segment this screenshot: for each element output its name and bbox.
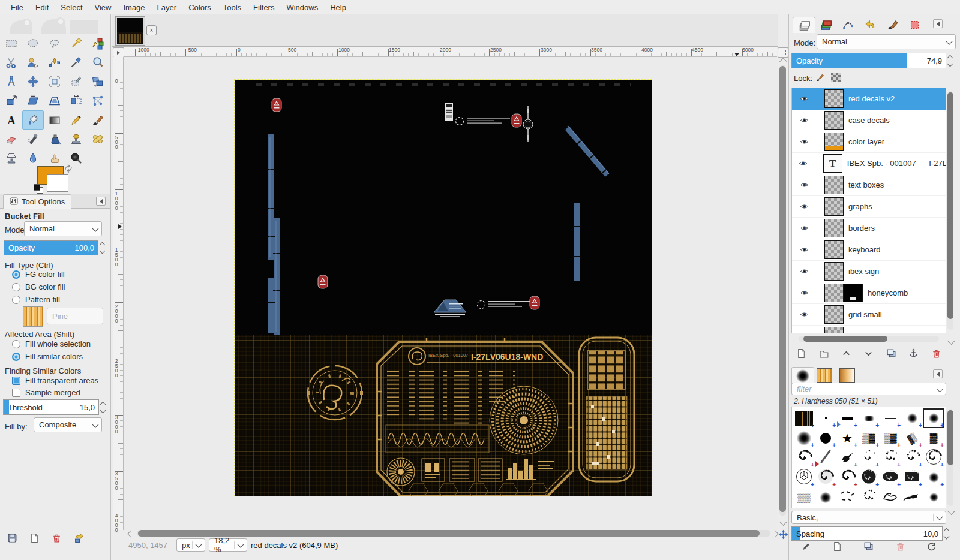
brush-speckle-dense[interactable]: + — [836, 468, 858, 487]
layer-visibility-eye-icon[interactable] — [792, 116, 816, 125]
menu-image[interactable]: Image — [117, 1, 151, 14]
layer-visibility-eye-icon[interactable] — [792, 245, 816, 254]
brush-confetti[interactable] — [858, 487, 880, 507]
image-tab[interactable] — [115, 16, 145, 46]
layer-row-red[interactable]: red decals v2 — [792, 88, 946, 110]
menu-view[interactable]: View — [89, 1, 118, 14]
default-colors-icon[interactable] — [34, 184, 43, 192]
brush-pixel[interactable]: + — [815, 408, 836, 428]
tool-opacity-slider[interactable]: Opacity 100,0 — [4, 240, 98, 255]
layer-thumbnail[interactable] — [824, 176, 844, 194]
menu-tools[interactable]: Tools — [217, 1, 247, 14]
brush-dark-sponge[interactable]: + — [858, 468, 880, 487]
layer-name[interactable]: graphs — [848, 202, 872, 211]
tool-zoom[interactable] — [87, 53, 109, 72]
brush-group-select[interactable]: Basic, — [791, 511, 946, 524]
brush-soft-big[interactable]: + — [793, 428, 815, 448]
pattern-name-field[interactable]: Pine — [47, 308, 103, 324]
lock-pixels-icon[interactable] — [815, 73, 825, 84]
tool-crop[interactable] — [65, 72, 87, 91]
layer-thumbnail[interactable]: T — [823, 154, 842, 173]
tool-perspective[interactable] — [44, 91, 65, 110]
layer-visibility-eye-icon[interactable] — [792, 310, 816, 319]
layer-row-grid[interactable]: grid small — [792, 304, 946, 326]
unit-select[interactable]: px — [176, 538, 205, 552]
brush-fuzzy-blob[interactable] — [815, 487, 836, 507]
layer-list-hscrollbar[interactable] — [799, 336, 939, 342]
ruler-corner-menu-button[interactable] — [113, 47, 124, 58]
save-tool-preset-button[interactable] — [7, 533, 17, 549]
layer-visibility-eye-icon[interactable] — [792, 137, 816, 146]
menu-colors[interactable]: Colors — [182, 1, 217, 14]
anchor-layer-button[interactable] — [908, 348, 919, 360]
layer-thumbnail[interactable] — [824, 219, 844, 237]
close-image-icon[interactable]: × — [146, 25, 157, 35]
tool-pencil[interactable] — [65, 110, 87, 130]
tool-align[interactable] — [44, 72, 65, 91]
layer-row-keyboard[interactable]: keyboard — [792, 239, 946, 261]
zoom-select[interactable]: 18,2 % — [209, 538, 247, 552]
layer-visibility-eye-icon[interactable] — [792, 224, 816, 233]
layer-thumbnail[interactable] — [824, 327, 844, 333]
tool-unified-transform[interactable] — [87, 72, 109, 91]
tool-foreground-select[interactable] — [22, 53, 44, 72]
tool-ellipse-select[interactable] — [22, 34, 44, 53]
layer-opacity-spinner[interactable] — [946, 53, 954, 68]
delete-layer-button[interactable] — [931, 348, 941, 360]
refresh-brushes-button[interactable] — [926, 541, 937, 553]
delete-tool-preset-button[interactable] — [52, 533, 62, 549]
tool-opacity-spinner[interactable] — [98, 240, 106, 255]
lower-layer-button[interactable] — [863, 348, 874, 360]
layer-thumbnail[interactable] — [824, 89, 844, 108]
layer-row-honeycomb[interactable]: honeycomb — [792, 282, 946, 304]
lock-alpha-icon[interactable] — [831, 73, 841, 84]
layer-name[interactable]: red decals v2 — [848, 94, 895, 103]
scroll-left-icon[interactable] — [127, 530, 135, 538]
brush-texture-square[interactable]: ▒▒ — [793, 487, 815, 507]
layer-visibility-eye-icon[interactable] — [792, 332, 816, 333]
layer-visibility-eye-icon[interactable] — [792, 202, 816, 211]
brush-scroll-down-icon[interactable] — [947, 507, 955, 515]
menu-filters[interactable]: Filters — [247, 1, 280, 14]
brush-bird[interactable]: + — [836, 448, 858, 468]
layer-name[interactable]: borders — [848, 224, 875, 233]
layer-row-color[interactable]: color layer — [792, 131, 946, 153]
brush-confetti[interactable]: + — [880, 448, 901, 468]
layer-visibility-eye-icon[interactable] — [792, 180, 816, 189]
layer-thumbnail[interactable] — [824, 197, 844, 216]
layer-mode-select[interactable]: Normal — [817, 34, 956, 49]
tool-fuzzy-select[interactable] — [65, 34, 87, 53]
brush-chalk[interactable]: ▒▓+ — [858, 428, 880, 448]
tab-channels[interactable] — [815, 17, 836, 32]
brush-chalk-blob[interactable]: ▓+ — [923, 428, 944, 448]
duplicate-brush-button[interactable] — [863, 541, 874, 553]
tool-shear[interactable] — [22, 91, 44, 110]
layer-name[interactable]: IBEX Spb. - 001007 I-27LV — [847, 159, 946, 168]
vertical-scrollbar[interactable] — [779, 65, 786, 516]
brush-line[interactable]: + — [880, 408, 901, 428]
brush-grid-vscrollbar[interactable] — [947, 409, 953, 506]
brush-oval-sponge[interactable]: + — [880, 468, 901, 487]
new-brush-button[interactable] — [832, 541, 842, 553]
menu-select[interactable]: Select — [55, 1, 88, 14]
tool-text[interactable]: A — [1, 110, 22, 130]
background-color-swatch[interactable] — [47, 174, 68, 192]
tab-patterns[interactable] — [814, 367, 835, 384]
horizontal-ruler[interactable]: -1000-5000500100015002000250030003500400… — [124, 47, 777, 57]
radio-bg-color-fill[interactable] — [12, 283, 20, 291]
brush-clipboard[interactable]: + — [793, 408, 815, 428]
tool-paths[interactable] — [44, 53, 65, 72]
scroll-right-icon[interactable] — [771, 530, 779, 538]
vertical-ruler[interactable]: 05001000150020002500300035004000 — [113, 57, 124, 530]
layer-thumbnail[interactable] — [824, 284, 844, 302]
brush-soft-dot-selected[interactable]: + — [923, 408, 944, 428]
brush-filter-input[interactable]: filter — [791, 383, 946, 395]
layer-row-text[interactable]: text boxes — [792, 174, 946, 196]
tool-rect-select[interactable] — [1, 34, 22, 53]
navigation-button[interactable] — [778, 47, 788, 58]
tab-selection-editor[interactable] — [904, 17, 925, 32]
brush-block[interactable]: + — [836, 408, 858, 428]
layer-thumbnail[interactable] — [824, 240, 844, 259]
new-layer-button[interactable] — [796, 348, 806, 360]
fill-by-select[interactable]: Composite — [34, 417, 102, 432]
